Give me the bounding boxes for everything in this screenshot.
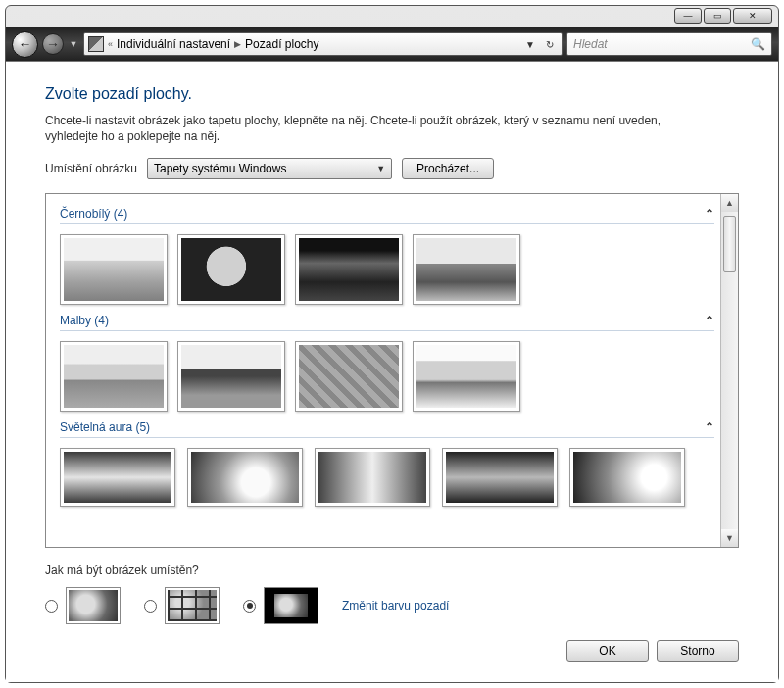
wallpaper-thumb[interactable]	[60, 234, 168, 305]
wallpaper-thumb[interactable]	[315, 448, 430, 507]
page-description: Chcete-li nastavit obrázek jako tapetu p…	[45, 113, 672, 144]
placement-radio-fill[interactable]	[45, 600, 58, 613]
browse-button[interactable]: Procházet...	[402, 158, 494, 179]
wallpaper-thumb[interactable]	[569, 448, 685, 507]
page-title: Zvolte pozadí plochy.	[45, 85, 739, 103]
nav-toolbar: ← → ▼ « Individuální nastavení ▶ Pozadí …	[6, 27, 778, 61]
wallpaper-thumb[interactable]	[442, 448, 558, 507]
search-placeholder: Hledat	[573, 37, 608, 51]
close-button[interactable]: ✕	[733, 8, 772, 24]
group-header-bw[interactable]: Černobílý (4) ⌃	[60, 204, 714, 224]
wallpaper-thumb[interactable]	[295, 341, 403, 412]
address-bar[interactable]: « Individuální nastavení ▶ Pozadí plochy…	[83, 32, 563, 56]
placement-question: Jak má být obrázek umístěn?	[45, 564, 739, 577]
placement-radio-tile[interactable]	[144, 600, 157, 613]
chevron-right-icon: ▶	[234, 39, 241, 49]
chevron-left-double-icon: «	[108, 39, 113, 49]
wallpaper-thumb[interactable]	[295, 234, 403, 305]
forward-button[interactable]: →	[42, 33, 64, 55]
wallpaper-list: Černobílý (4) ⌃ Malby (4) ⌃	[45, 193, 739, 548]
cancel-button[interactable]: Storno	[657, 640, 739, 662]
breadcrumb-current[interactable]: Pozadí plochy	[245, 37, 318, 51]
scroll-thumb[interactable]	[723, 216, 736, 272]
minimize-button[interactable]: —	[674, 8, 702, 24]
address-dropdown[interactable]: ▼	[522, 36, 538, 52]
search-input[interactable]: Hledat 🔍	[566, 32, 772, 56]
search-icon: 🔍	[751, 37, 765, 51]
location-label: Umístění obrázku	[45, 162, 137, 175]
nav-history-dropdown[interactable]: ▼	[68, 33, 79, 55]
scroll-down-button[interactable]: ▼	[721, 529, 738, 547]
wallpaper-thumb[interactable]	[177, 234, 285, 305]
arrow-left-icon: ←	[19, 36, 32, 52]
titlebar: — ▭ ✕	[6, 6, 778, 27]
collapse-icon: ⌃	[705, 314, 714, 327]
group-header-paintings[interactable]: Malby (4) ⌃	[60, 311, 714, 331]
window-frame: — ▭ ✕ ← → ▼ « Individuální nastavení ▶ P…	[5, 5, 779, 683]
collapse-icon: ⌃	[705, 207, 714, 221]
wallpaper-thumb[interactable]	[413, 234, 520, 305]
placement-thumb-center[interactable]	[264, 587, 318, 624]
back-button[interactable]: ←	[12, 31, 38, 58]
location-value: Tapety systému Windows	[154, 162, 286, 175]
refresh-button[interactable]: ↻	[542, 36, 558, 52]
wallpaper-thumb[interactable]	[187, 448, 303, 507]
refresh-icon: ↻	[546, 39, 554, 50]
placement-radio-center[interactable]	[243, 600, 256, 613]
placement-thumb-fill[interactable]	[66, 587, 121, 624]
wallpaper-thumb[interactable]	[413, 341, 520, 412]
scroll-up-button[interactable]: ▲	[721, 194, 738, 212]
vertical-scrollbar[interactable]: ▲ ▼	[720, 194, 738, 547]
scroll-track[interactable]	[721, 212, 738, 529]
collapse-icon: ⌃	[705, 420, 714, 434]
location-combobox[interactable]: Tapety systému Windows	[147, 158, 392, 179]
wallpaper-thumb[interactable]	[60, 448, 175, 507]
group-header-aura[interactable]: Světelná aura (5) ⌃	[60, 418, 714, 438]
placement-thumb-tile[interactable]	[165, 587, 220, 624]
content-pane: Zvolte pozadí plochy. Chcete-li nastavit…	[6, 61, 778, 682]
ok-button[interactable]: OK	[566, 640, 649, 662]
maximize-button[interactable]: ▭	[704, 8, 731, 24]
change-background-color-link[interactable]: Změnit barvu pozadí	[342, 599, 449, 613]
arrow-right-icon: →	[46, 36, 60, 52]
wallpaper-thumb[interactable]	[60, 341, 168, 412]
wallpaper-thumb[interactable]	[177, 341, 285, 412]
control-panel-icon	[88, 36, 104, 52]
breadcrumb-prev[interactable]: Individuální nastavení	[117, 37, 230, 51]
